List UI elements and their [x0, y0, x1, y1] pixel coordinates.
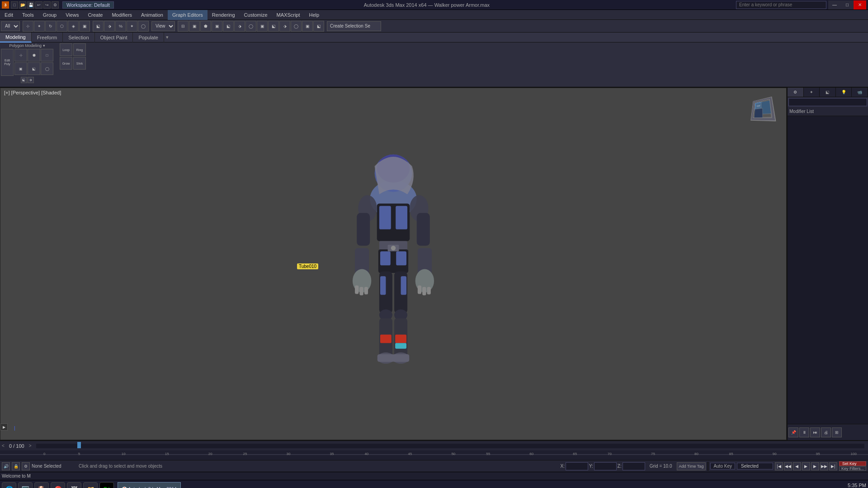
- menu-views[interactable]: Views: [61, 10, 83, 20]
- mirrorobj-btn[interactable]: ◯: [138, 21, 149, 32]
- tool8-btn[interactable]: ▣: [212, 21, 222, 32]
- taskbar-start-btn[interactable]: 🌐: [2, 482, 16, 488]
- move-btn[interactable]: ✦: [34, 21, 45, 32]
- menu-edit[interactable]: Edit: [0, 10, 18, 20]
- maximize-btn[interactable]: □: [841, 0, 854, 9]
- go-start-btn[interactable]: |◀: [775, 462, 783, 470]
- redo-btn[interactable]: ↪: [43, 1, 51, 9]
- view-dropdown[interactable]: View: [151, 21, 175, 31]
- ring-btn[interactable]: Ring: [73, 43, 86, 56]
- tool9-btn[interactable]: ⬕: [223, 21, 234, 32]
- new-btn[interactable]: □: [11, 1, 18, 9]
- workspace-dropdown[interactable]: Workspace: Default: [62, 1, 114, 9]
- taskbar-paint-icon[interactable]: 🖼: [67, 482, 81, 488]
- save-btn[interactable]: 💾: [27, 1, 34, 9]
- tool4-btn[interactable]: ◈: [68, 21, 79, 32]
- next-frame-btn-2[interactable]: ▶: [811, 462, 819, 470]
- y-input[interactable]: [594, 462, 617, 470]
- add-time-tag-btn[interactable]: Add Time Tag: [677, 462, 706, 470]
- edge-btn[interactable]: ⬟: [28, 49, 40, 61]
- snap-btn[interactable]: ⬕: [93, 21, 104, 32]
- undo-btn[interactable]: ↩: [35, 1, 42, 9]
- open-btn[interactable]: 📂: [19, 1, 26, 9]
- pause-btn[interactable]: ⏸: [799, 427, 809, 437]
- menu-customize[interactable]: Customize: [240, 10, 272, 20]
- border-btn[interactable]: □: [41, 49, 53, 61]
- nav-cube[interactable]: TOP: [750, 97, 777, 124]
- rp-tab-3[interactable]: ⬕: [820, 88, 836, 97]
- obj-btn[interactable]: ◯: [41, 62, 53, 75]
- timeline-track[interactable]: 0 5 10 15 20 25 30 35 40 45 50 55 60 65 …: [0, 450, 868, 460]
- rp-tab-2[interactable]: ✦: [804, 88, 820, 97]
- tool7-btn[interactable]: ⬟: [200, 21, 211, 32]
- tool6-btn[interactable]: ▣: [189, 21, 200, 32]
- minimize-btn[interactable]: —: [828, 0, 841, 9]
- menu-help[interactable]: Help: [305, 10, 324, 20]
- percentsnap-btn[interactable]: %: [115, 21, 126, 32]
- taskbar-red-icon[interactable]: 🔴: [51, 482, 65, 488]
- tab-modeling[interactable]: Modeling: [0, 33, 32, 42]
- tool15-btn[interactable]: ◯: [291, 21, 302, 32]
- select-btn[interactable]: ⊹: [23, 21, 33, 32]
- go-end-btn[interactable]: ▶|: [829, 462, 837, 470]
- settings-btn[interactable]: ⚙: [52, 1, 59, 9]
- menu-group[interactable]: Group: [38, 10, 61, 20]
- play-viewport-btn[interactable]: ▶: [0, 423, 8, 431]
- menu-tools[interactable]: Tools: [18, 10, 38, 20]
- tool14-btn[interactable]: ⬗: [279, 21, 290, 32]
- timeline-slider[interactable]: [36, 444, 864, 448]
- pin-btn[interactable]: 📌: [788, 427, 798, 437]
- tool16-btn[interactable]: ▣: [302, 21, 313, 32]
- tab-populate[interactable]: Populate: [133, 33, 164, 42]
- rp-tab-4[interactable]: 💡: [836, 88, 852, 97]
- taskbar-folder-icon[interactable]: 📁: [83, 482, 98, 488]
- modifier-list-content[interactable]: [788, 116, 868, 424]
- search-input[interactable]: [736, 1, 826, 9]
- prev-key-btn[interactable]: ◀◀: [784, 462, 792, 470]
- vertex-btn[interactable]: ⊹: [14, 49, 27, 61]
- spinnersnap-btn[interactable]: ✦: [127, 21, 137, 32]
- set-key-btn[interactable]: Set Key: [839, 461, 866, 466]
- filter-dropdown[interactable]: All: [1, 21, 20, 31]
- prev-frame-btn[interactable]: <: [2, 443, 5, 448]
- ribbon-settings-icon[interactable]: ▾: [166, 34, 169, 40]
- taskbar-explorer-btn[interactable]: 💻: [18, 482, 33, 488]
- edit-poly-btn[interactable]: EditPoly: [1, 49, 14, 76]
- taskbar-terminal-icon[interactable]: C:\: [99, 482, 114, 488]
- taskbar-dog-icon[interactable]: 🐕: [34, 482, 49, 488]
- tab-selection[interactable]: Selection: [63, 33, 94, 42]
- taskbar-3dsmax-btn[interactable]: 🎲 Autodesk 3ds Max 2014: [118, 482, 181, 488]
- status-icon-1[interactable]: 🔊: [2, 462, 10, 470]
- subobj-btn[interactable]: ⬕: [21, 77, 27, 83]
- tab-object-paint[interactable]: Object Paint: [95, 33, 133, 42]
- status-icon-3[interactable]: ⚙: [22, 462, 30, 470]
- tool10-btn[interactable]: ⬗: [234, 21, 245, 32]
- status-icon-2[interactable]: 🔒: [12, 462, 20, 470]
- create-selection-set-btn[interactable]: Create Selection Se: [327, 21, 381, 31]
- tool5-btn[interactable]: ▣: [79, 21, 90, 32]
- element-btn[interactable]: ⬕: [28, 62, 40, 75]
- menu-graph-editors[interactable]: Graph Editors: [168, 10, 208, 20]
- grid-btn[interactable]: ⊞: [832, 427, 842, 437]
- tool13-btn[interactable]: ⬕: [268, 21, 279, 32]
- timeline-thumb[interactable]: [77, 442, 81, 448]
- modifier-search-input[interactable]: [788, 98, 867, 106]
- next-frame-btn[interactable]: >: [29, 443, 32, 448]
- z-input[interactable]: [623, 462, 645, 470]
- loop-btn[interactable]: Loop: [60, 43, 72, 56]
- step-fwd-btn[interactable]: ⏭: [810, 427, 820, 437]
- generate-btn[interactable]: ⬗: [28, 77, 34, 83]
- menu-maxscript[interactable]: MAXScript: [272, 10, 305, 20]
- next-key-btn[interactable]: ▶▶: [820, 462, 828, 470]
- tool17-btn[interactable]: ⬕: [313, 21, 324, 32]
- tab-freeform[interactable]: Freeform: [32, 33, 63, 42]
- rp-tab-1[interactable]: ⚙: [788, 88, 804, 97]
- x-input[interactable]: [566, 462, 588, 470]
- tool12-btn[interactable]: ▣: [257, 21, 268, 32]
- menu-animation[interactable]: Animation: [137, 10, 168, 20]
- shrink-btn[interactable]: Shrk: [73, 57, 86, 70]
- viewport[interactable]: [+] [Perspective] [Shaded] TOP: [0, 88, 787, 440]
- auto-key-btn[interactable]: Auto Key: [710, 463, 735, 469]
- grow-btn[interactable]: Grow: [60, 57, 72, 70]
- menu-create[interactable]: Create: [83, 10, 107, 20]
